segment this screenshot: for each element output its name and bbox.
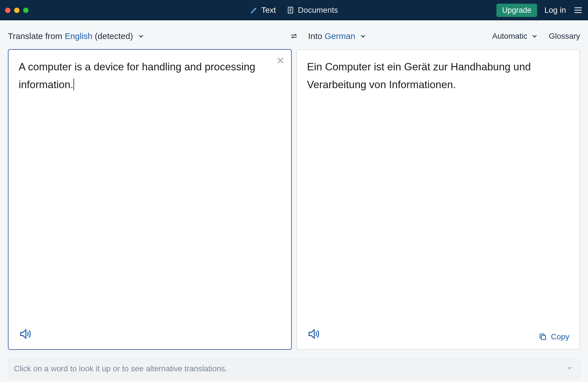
main-area: Translate from English (detected) Into G… bbox=[0, 20, 588, 354]
upgrade-button[interactable]: Upgrade bbox=[496, 4, 537, 17]
tab-documents-label: Documents bbox=[298, 6, 338, 15]
into-prefix: Into bbox=[308, 31, 325, 41]
menu-icon[interactable] bbox=[573, 5, 583, 15]
listen-target-button[interactable] bbox=[307, 328, 319, 341]
tab-text[interactable]: Text bbox=[250, 0, 276, 20]
source-text[interactable]: A computer is a device for handling and … bbox=[19, 58, 281, 94]
minimize-window-button[interactable] bbox=[14, 8, 20, 13]
source-language-selector[interactable]: Translate from English (detected) bbox=[8, 31, 145, 41]
chevron-down-icon bbox=[531, 32, 538, 40]
formality-label: Automatic bbox=[492, 32, 528, 41]
formality-selector[interactable]: Automatic bbox=[492, 32, 538, 41]
svg-rect-9 bbox=[541, 335, 546, 340]
clear-button[interactable] bbox=[276, 56, 285, 66]
detected-suffix: (detected) bbox=[92, 31, 133, 41]
titlebar-right: Upgrade Log in bbox=[496, 4, 583, 17]
text-cursor bbox=[74, 79, 74, 90]
into-language: German bbox=[325, 31, 355, 41]
chevron-down-icon bbox=[359, 32, 367, 40]
swap-languages-button[interactable] bbox=[290, 32, 298, 40]
titlebar: Text Documents Upgrade Log in bbox=[0, 0, 588, 20]
copy-label: Copy bbox=[551, 332, 569, 341]
chevron-down-icon bbox=[566, 364, 573, 373]
target-language-selector[interactable]: Into German bbox=[308, 31, 367, 41]
hint-text: Click on a word to look it up or to see … bbox=[14, 364, 227, 373]
source-panel[interactable]: A computer is a device for handling and … bbox=[8, 49, 292, 350]
pencil-icon bbox=[250, 6, 258, 14]
close-window-button[interactable] bbox=[5, 8, 10, 13]
language-controls: Translate from English (detected) Into G… bbox=[8, 28, 580, 44]
tab-documents[interactable]: Documents bbox=[287, 0, 338, 20]
login-link[interactable]: Log in bbox=[544, 6, 566, 15]
listen-source-button[interactable] bbox=[19, 328, 31, 341]
titlebar-tabs: Text Documents bbox=[250, 0, 338, 20]
maximize-window-button[interactable] bbox=[23, 8, 29, 13]
target-panel: Ein Computer ist ein Gerät zur Handhabun… bbox=[296, 49, 580, 350]
translation-panels: A computer is a device for handling and … bbox=[8, 49, 580, 350]
glossary-button[interactable]: Glossary bbox=[549, 32, 580, 41]
copy-button[interactable]: Copy bbox=[539, 332, 569, 341]
target-text[interactable]: Ein Computer ist ein Gerät zur Handhabun… bbox=[307, 58, 569, 94]
from-prefix: Translate from bbox=[8, 31, 65, 41]
target-controls: Into German Automatic Glossary bbox=[308, 31, 580, 41]
window-controls bbox=[5, 8, 29, 13]
hint-bar[interactable]: Click on a word to look it up or to see … bbox=[8, 359, 580, 379]
document-icon bbox=[287, 6, 295, 14]
tab-text-label: Text bbox=[261, 6, 276, 15]
from-language: English bbox=[65, 31, 92, 41]
chevron-down-icon bbox=[137, 32, 145, 40]
